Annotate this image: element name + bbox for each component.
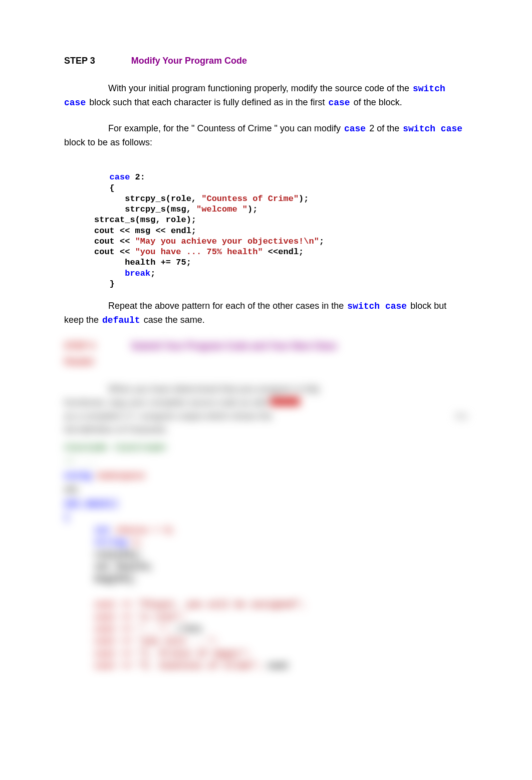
p2-t1: For example, for the " Countess of Crime… <box>108 123 343 133</box>
blurred-content: STEP 4 Submit Your Program Code and Your… <box>64 339 468 672</box>
code-l3a: strcpy_s(role, <box>110 194 202 204</box>
keyword-case: case <box>327 98 351 108</box>
p2-t3: block to be as follows: <box>64 137 152 147</box>
p3-t1: Repeat the above pattern for each of the… <box>108 301 346 311</box>
code-l1b: 2: <box>130 172 145 182</box>
blurred-sub: Header <box>64 355 468 368</box>
code-l10b: ; <box>150 269 155 278</box>
code-l2: { <box>110 183 115 193</box>
blurred-step-title: Submit Your Program Code and Your New Cl… <box>131 339 337 353</box>
code-str: "May you achieve your objectives!\n" <box>135 237 319 246</box>
code-kw-break: break <box>125 269 150 278</box>
step-number: STEP 3 <box>64 54 95 68</box>
code-l5: strcat_s(msg, role); <box>94 215 196 225</box>
keyword-switch-case: switch case <box>402 124 463 134</box>
code-str: "Countess of Crime" <box>201 194 299 204</box>
blurred-step-label: STEP 4 <box>64 339 95 353</box>
code-str: "welcome " <box>196 205 247 214</box>
p1-t2: block such that each character is fully … <box>87 97 327 107</box>
step-title: Modify Your Program Code <box>131 54 247 68</box>
paragraph-1: With your initial program functioning pr… <box>64 82 468 110</box>
p3-t3: case the same. <box>141 315 205 325</box>
code-l7b: ; <box>319 237 324 246</box>
paragraph-3: Repeat the above pattern for each of the… <box>64 299 468 327</box>
p1-t1: With your initial program functioning pr… <box>108 83 412 93</box>
p2-t2: 2 of the <box>367 123 402 133</box>
code-l4b: ); <box>247 205 257 214</box>
code-l8a: cout << <box>94 247 135 257</box>
blurred-code-region: #include <iostream> // ... using namespa… <box>64 441 468 672</box>
keyword-case: case <box>343 124 367 134</box>
code-l3b: ); <box>299 194 309 204</box>
paragraph-2: For example, for the " Countess of Crime… <box>64 122 468 149</box>
code-l10a <box>110 269 125 278</box>
code-l9: health += 75; <box>110 258 191 267</box>
step-header: STEP 3 Modify Your Program Code <box>64 54 468 68</box>
code-kw-case: case <box>110 172 130 182</box>
code-l11: } <box>110 279 115 289</box>
code-str: "you have ... 75% health" <box>135 247 263 257</box>
code-block: case 2: { strcpy_s(role, "Countess of Cr… <box>94 161 468 289</box>
blurred-para: When you have determined that your progr… <box>64 382 468 437</box>
code-l4a: strcpy_s(msg, <box>110 205 196 214</box>
p1-t3: of the block. <box>351 97 402 107</box>
code-l6: cout << msg << endl; <box>94 226 196 236</box>
code-l7a: cout << <box>94 237 135 246</box>
keyword-default: default <box>101 315 141 325</box>
keyword-switch-case: switch case <box>346 301 408 311</box>
blurred-step-header: STEP 4 Submit Your Program Code and Your… <box>64 339 468 353</box>
code-l8b: <<endl; <box>263 247 304 257</box>
